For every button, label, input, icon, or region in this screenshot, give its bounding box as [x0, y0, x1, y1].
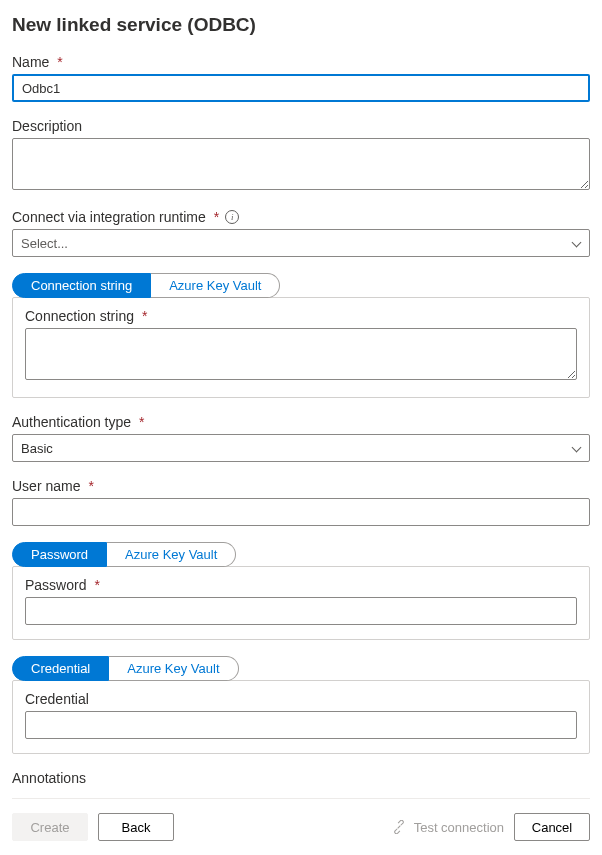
credential-panel-label: Credential [25, 691, 89, 707]
annotations-label: Annotations [12, 770, 86, 786]
runtime-select-value: Select... [21, 236, 571, 251]
description-label: Description [12, 118, 82, 134]
field-connection-string: Connection string Azure Key Vault Connec… [12, 273, 590, 398]
name-label: Name [12, 54, 49, 70]
tab-akv-credential[interactable]: Azure Key Vault [109, 656, 238, 681]
test-connection-button: Test connection [392, 820, 504, 835]
required-asterisk: * [57, 54, 62, 70]
cancel-button[interactable]: Cancel [514, 813, 590, 841]
tab-connection-string[interactable]: Connection string [12, 273, 151, 298]
name-input[interactable] [12, 74, 590, 102]
field-auth-type: Authentication type * Basic [12, 414, 590, 462]
credential-tabs: Credential Azure Key Vault [12, 656, 590, 681]
credential-input[interactable] [25, 711, 577, 739]
footer: Create Back Test connection Cancel [12, 798, 590, 855]
tab-akv-connstr[interactable]: Azure Key Vault [151, 273, 280, 298]
tab-credential[interactable]: Credential [12, 656, 109, 681]
runtime-label: Connect via integration runtime [12, 209, 206, 225]
auth-type-label: Authentication type [12, 414, 131, 430]
password-panel-label: Password [25, 577, 86, 593]
required-asterisk: * [88, 478, 93, 494]
field-description: Description [12, 118, 590, 193]
field-credential: Credential Azure Key Vault Credential [12, 656, 590, 754]
field-annotations: Annotations + New [12, 770, 590, 798]
required-asterisk: * [94, 577, 99, 593]
password-input[interactable] [25, 597, 577, 625]
runtime-select[interactable]: Select... [12, 229, 590, 257]
field-username: User name * [12, 478, 590, 526]
required-asterisk: * [214, 209, 219, 225]
auth-type-value: Basic [21, 441, 571, 456]
username-label: User name [12, 478, 80, 494]
tab-akv-password[interactable]: Azure Key Vault [107, 542, 236, 567]
auth-type-select[interactable]: Basic [12, 434, 590, 462]
username-input[interactable] [12, 498, 590, 526]
field-name: Name * [12, 54, 590, 102]
add-annotation-button[interactable]: + New [12, 790, 61, 798]
chevron-down-icon [571, 443, 581, 453]
password-tabs: Password Azure Key Vault [12, 542, 590, 567]
info-icon[interactable]: i [225, 210, 239, 224]
connection-string-panel-label: Connection string [25, 308, 134, 324]
required-asterisk: * [142, 308, 147, 324]
form-scroll-region[interactable]: New linked service (ODBC) Name * Descrip… [12, 10, 590, 798]
field-password: Password Azure Key Vault Password * [12, 542, 590, 640]
required-asterisk: * [139, 414, 144, 430]
tab-password[interactable]: Password [12, 542, 107, 567]
create-button: Create [12, 813, 88, 841]
description-input[interactable] [12, 138, 590, 190]
back-button[interactable]: Back [98, 813, 174, 841]
connection-string-tabs: Connection string Azure Key Vault [12, 273, 590, 298]
field-runtime: Connect via integration runtime * i Sele… [12, 209, 590, 257]
connection-icon [392, 820, 406, 834]
test-connection-label: Test connection [414, 820, 504, 835]
chevron-down-icon [571, 238, 581, 248]
connection-string-input[interactable] [25, 328, 577, 380]
page-title: New linked service (ODBC) [12, 14, 590, 36]
